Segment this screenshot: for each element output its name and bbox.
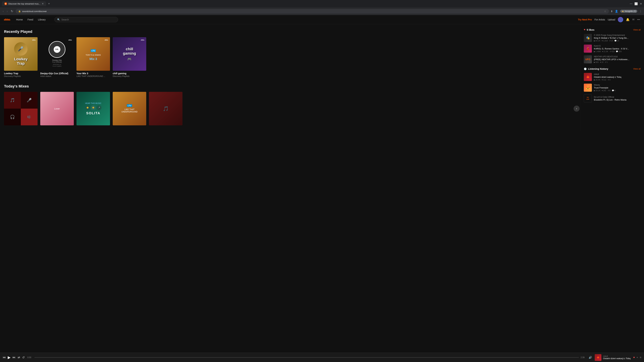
card-mix-2-image: Lover [40, 92, 74, 125]
progress-bar[interactable] [34, 357, 579, 358]
card-mix3[interactable]: LTU TONY N & SNAVE Mix 3 [76, 37, 110, 77]
for-artists-link[interactable]: For Artists [594, 18, 605, 21]
card-deejay-image: DJL Deejay-Gijs Cox (Official) 2PROMILLE… [40, 37, 74, 71]
history-track-2[interactable]: 😍 Wavey Trust Freestyle ▶ 29.1K ♥ 281 ↺ … [584, 84, 641, 92]
svg-rect-2 [6, 18, 6, 20]
nav-library[interactable]: Library [38, 17, 46, 22]
nav-home[interactable]: Home [16, 17, 23, 22]
nav-feed[interactable]: Feed [28, 17, 33, 22]
player-queue-button[interactable]: ≡ [640, 356, 641, 359]
tab-close-button[interactable]: ✕ [42, 2, 44, 5]
forward-button[interactable]: › [6, 9, 8, 14]
card-mix-5[interactable]: 🎵 [149, 92, 182, 125]
close-window-button[interactable]: ✕ [640, 2, 642, 5]
more-options-icon[interactable]: ••• [637, 18, 640, 21]
card-mix-4[interactable]: LTU LIKE THATUNDERGROUND [113, 92, 146, 125]
history-view-all[interactable]: View all [633, 67, 641, 70]
svg-rect-15 [35, 40, 36, 40]
card-chill-gaming-title: chill gaming [113, 72, 146, 75]
card-mix-3[interactable]: HEAR THIS MUSIC 😊 😄 🎤 SOLITA [76, 92, 110, 125]
history-track-1-info: mikoll Ostatni dzień wakacji z Tobą ▶ 20… [594, 73, 641, 81]
address-bar[interactable]: 🔒 soundcloud.com/discover ☆ [16, 9, 609, 13]
hist-play-1: ▶ 20.4K [594, 79, 600, 81]
player-artist: mikoll [603, 355, 630, 357]
volume-section: 🔊 [589, 356, 592, 359]
card-chill-gaming-subtitle: Discovery Playlists [113, 75, 146, 77]
player-add-button[interactable]: + [636, 356, 638, 359]
svg-rect-30 [107, 39, 108, 40]
svg-rect-34 [142, 39, 142, 40]
star-icon[interactable]: ☆ [604, 10, 606, 12]
soundcloud-badge-4 [141, 39, 144, 42]
track-2-info: Karol G KAROL G, Romeo Santos - X SI V..… [594, 45, 641, 53]
svg-rect-22 [71, 39, 72, 40]
card-mix-1[interactable]: 🎵 🎤 🎧 🎼 [4, 92, 38, 125]
reload-button[interactable]: ↻ [10, 9, 14, 14]
search-bar[interactable]: 🔍 [54, 17, 118, 22]
history-track-3-title: Brasbère Ft. Dj Lex - Retro Mania [594, 98, 641, 101]
player-title: Ostatni dzień wakacji z Tobą [603, 357, 630, 360]
hist-comment-2: 💬 6 [612, 89, 616, 92]
card-lowkey-trap[interactable]: 🎤 LowkeyTrap [4, 37, 38, 77]
comment-count-2: 💬 293 [616, 50, 622, 53]
notifications-icon[interactable]: 🔔 [626, 18, 630, 21]
card-deejay[interactable]: DJL Deejay-Gijs Cox (Official) 2PROMILLE… [40, 37, 74, 77]
repeat-button[interactable]: ↺ [22, 356, 25, 359]
history-track-1[interactable]: 🍁 mikoll Ostatni dzień wakacji z Tobą ▶ … [584, 73, 641, 81]
tab-title: Discover the top streamed mus... [8, 2, 40, 5]
new-tab-button[interactable]: + [47, 2, 51, 5]
browser-chrome: ▶ Discover the top streamed mus... ✕ + —… [0, 0, 644, 15]
svg-rect-25 [105, 39, 106, 40]
svg-rect-39 [144, 40, 144, 40]
hist-play-2: ▶ 29.1K [594, 89, 600, 92]
history-track-3[interactable]: DJLeX Dj LeX & Ciske Official Brasbère F… [584, 94, 641, 102]
track-1-artist: © 2020 Purge Gang Entertainment [594, 34, 641, 36]
track-3-stats: ▶ 569 ♥ 10 ↺ 1 [594, 61, 641, 63]
messages-icon[interactable]: ✉ [632, 18, 634, 21]
skip-forward-button[interactable]: ⏭ [12, 356, 16, 359]
sidebar: ♥ 5 likes View all 🎭 © 2020 Purge Gang E… [580, 24, 644, 131]
card-mix-4-image: LTU LIKE THATUNDERGROUND [113, 92, 146, 125]
minimize-button[interactable]: — [630, 2, 632, 5]
user-avatar[interactable]: 🎵 [618, 17, 623, 22]
card-chill-gaming[interactable]: chillgaming 🎮 [113, 37, 146, 77]
shuffle-button[interactable]: ⇌ [18, 356, 20, 359]
sidebar-track-3[interactable]: UFO NEKTAR.UFO.BEATS.816 (FREE) NEKTAR.U… [584, 55, 641, 63]
upload-button[interactable]: Upload [608, 18, 615, 21]
maximize-button[interactable]: ⬜ [634, 2, 638, 5]
player-actions: ♥ + ≡ [633, 356, 641, 359]
card-mix-5-image: 🎵 [149, 92, 182, 125]
track-3-artist: NEKTAR.UFO.BEATS.816 [594, 55, 641, 58]
svg-rect-0 [4, 19, 4, 20]
card-deejay-subtitle: Artist station [40, 75, 74, 77]
soundcloud-logo-icon [4, 17, 11, 22]
player-like-button[interactable]: ♥ [633, 356, 635, 359]
search-input[interactable] [62, 18, 115, 21]
card-mix3-title: Your Mix 3 [76, 72, 110, 75]
track-2-title: KAROL G, Romeo Santos - X SI V... [594, 47, 641, 50]
extension-icon[interactable]: ⋮ [639, 10, 642, 13]
history-track-3-artist: Dj LeX & Ciske Official [594, 96, 641, 98]
likes-section-header: ♥ 5 likes View all [584, 28, 641, 31]
history-section: 🕐 Listening history View all 🍁 mikoll Os… [584, 67, 641, 102]
card-mix3-subtitle: LIKE THAT UNDERGROUND ... [76, 75, 110, 77]
back-button[interactable]: ‹ [2, 9, 4, 14]
track-1-title: King K Global x Te Dai' x Yung De... [594, 37, 641, 39]
try-next-pro-button[interactable]: Try Next Pro [578, 18, 592, 21]
volume-icon[interactable]: 🔊 [589, 356, 592, 359]
header-right: Try Next Pro For Artists Upload 🎵 🔔 ✉ ••… [578, 17, 640, 22]
main-nav: Home Feed Library [16, 17, 46, 22]
download-icon[interactable]: ⬇ [611, 10, 613, 13]
card-mix-2[interactable]: Lover [40, 92, 74, 125]
skip-back-button[interactable]: ⏮ [3, 356, 6, 359]
play-pause-button[interactable]: ▶ [8, 355, 10, 360]
next-arrow-button[interactable]: › [574, 106, 580, 112]
profile-icon[interactable]: 👤 [615, 10, 618, 13]
active-tab[interactable]: ▶ Discover the top streamed mus... ✕ [2, 1, 46, 6]
sc-logo[interactable] [4, 17, 11, 22]
likes-view-all[interactable]: View all [633, 28, 641, 31]
sidebar-track-1[interactable]: 🎭 © 2020 Purge Gang Entertainment King K… [584, 34, 641, 42]
recently-played-title: Recently Played [4, 29, 576, 34]
sidebar-track-2[interactable]: 💃 Karol G KAROL G, Romeo Santos - X SI V… [584, 44, 641, 53]
svg-rect-32 [141, 40, 141, 40]
